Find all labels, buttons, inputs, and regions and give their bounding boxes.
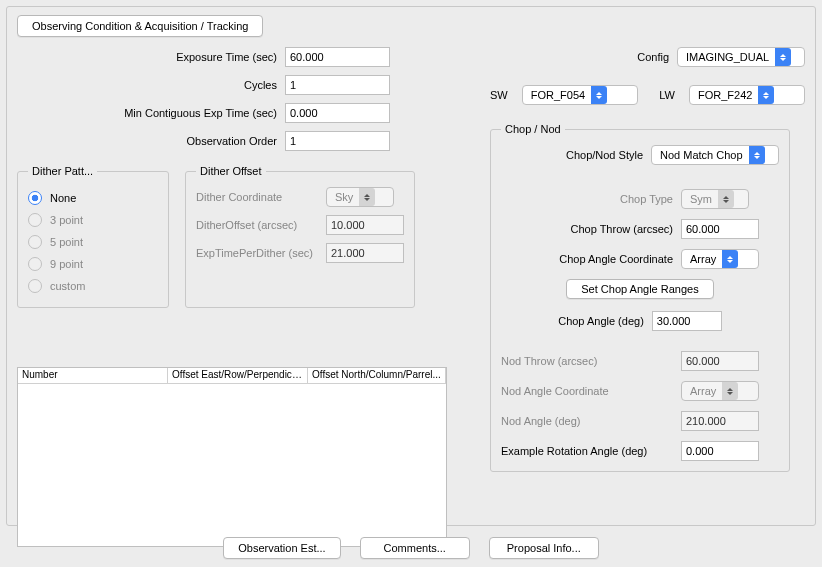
obs-order-label: Observation Order	[17, 135, 285, 147]
dither-pattern-legend: Dither Patt...	[28, 165, 97, 177]
chop-angle-coord-label: Chop Angle Coordinate	[501, 253, 681, 265]
exp-per-dither-input	[326, 243, 404, 263]
chevron-updown-icon	[775, 48, 791, 66]
exposure-time-input[interactable]	[285, 47, 390, 67]
chevron-updown-icon	[359, 188, 375, 206]
left-column: Exposure Time (sec) Cycles Min Contiguou…	[17, 47, 477, 308]
dither-9point-option: 9 point	[28, 253, 158, 275]
dither-coord-select: Sky	[326, 187, 394, 207]
proposal-info-button[interactable]: Proposal Info...	[489, 537, 599, 559]
radio-icon	[28, 279, 42, 293]
chop-throw-input[interactable]	[681, 219, 759, 239]
right-column: Config IMAGING_DUAL SW FOR_F054 LW FOR_F…	[490, 47, 805, 472]
table-header: Number Offset East/Row/Perpendicu... Off…	[18, 368, 446, 384]
dither-offset-label: DitherOffset (arcsec)	[196, 219, 326, 231]
dither-3point-option: 3 point	[28, 209, 158, 231]
chevron-updown-icon	[718, 190, 734, 208]
nod-throw-label: Nod Throw (arcsec)	[501, 355, 681, 367]
footer-buttons: Observation Est... Comments... Proposal …	[0, 537, 822, 559]
radio-icon	[28, 213, 42, 227]
comments-button[interactable]: Comments...	[360, 537, 470, 559]
chop-type-label: Chop Type	[501, 193, 681, 205]
radio-icon	[28, 257, 42, 271]
dither-3point-label: 3 point	[50, 214, 83, 226]
radio-icon	[28, 235, 42, 249]
chop-angle-label: Chop Angle (deg)	[558, 315, 652, 327]
chop-angle-input[interactable]	[652, 311, 722, 331]
observation-est-button[interactable]: Observation Est...	[223, 537, 340, 559]
dither-coord-label: Dither Coordinate	[196, 191, 326, 203]
chop-nod-legend: Chop / Nod	[501, 123, 565, 135]
sw-label: SW	[490, 89, 516, 101]
chevron-updown-icon	[591, 86, 607, 104]
nod-angle-label: Nod Angle (deg)	[501, 415, 681, 427]
min-contig-label: Min Contiguous Exp Time (sec)	[17, 107, 285, 119]
radio-icon	[28, 191, 42, 205]
sw-select[interactable]: FOR_F054	[522, 85, 638, 105]
dither-table[interactable]: Number Offset East/Row/Perpendicu... Off…	[17, 367, 447, 547]
dither-5point-label: 5 point	[50, 236, 83, 248]
main-panel: Observing Condition & Acquisition / Trac…	[6, 6, 816, 526]
chevron-updown-icon	[749, 146, 765, 164]
chop-type-select: Sym	[681, 189, 749, 209]
dither-9point-label: 9 point	[50, 258, 83, 270]
col-offset-east[interactable]: Offset East/Row/Perpendicu...	[168, 368, 308, 383]
col-number[interactable]: Number	[18, 368, 168, 383]
nod-angle-input	[681, 411, 759, 431]
dither-none-label: None	[50, 192, 76, 204]
lw-label: LW	[659, 89, 683, 101]
chevron-updown-icon	[722, 382, 738, 400]
config-select[interactable]: IMAGING_DUAL	[677, 47, 805, 67]
config-label: Config	[490, 51, 677, 63]
chop-throw-label: Chop Throw (arcsec)	[501, 223, 681, 235]
set-chop-angle-button[interactable]: Set Chop Angle Ranges	[566, 279, 713, 299]
header-tab-button[interactable]: Observing Condition & Acquisition / Trac…	[17, 15, 263, 37]
nod-angle-coord-label: Nod Angle Coordinate	[501, 385, 681, 397]
dither-custom-label: custom	[50, 280, 85, 292]
chopnod-style-label: Chop/Nod Style	[501, 149, 651, 161]
dither-pattern-fieldset: Dither Patt... None 3 point 5 point 9 po…	[17, 165, 169, 308]
obs-order-input[interactable]	[285, 131, 390, 151]
nod-throw-input	[681, 351, 759, 371]
chop-nod-fieldset: Chop / Nod Chop/Nod Style Nod Match Chop…	[490, 123, 790, 472]
col-offset-north[interactable]: Offset North/Column/Parrel...	[308, 368, 446, 383]
dither-5point-option: 5 point	[28, 231, 158, 253]
nod-angle-coord-select: Array	[681, 381, 759, 401]
dither-offset-input	[326, 215, 404, 235]
chopnod-style-select[interactable]: Nod Match Chop	[651, 145, 779, 165]
dither-none-option[interactable]: None	[28, 187, 158, 209]
cycles-label: Cycles	[17, 79, 285, 91]
cycles-input[interactable]	[285, 75, 390, 95]
min-contig-input[interactable]	[285, 103, 390, 123]
example-rot-label: Example Rotation Angle (deg)	[501, 445, 681, 457]
example-rot-input[interactable]	[681, 441, 759, 461]
dither-offset-legend: Dither Offset	[196, 165, 266, 177]
exposure-time-label: Exposure Time (sec)	[17, 51, 285, 63]
chop-angle-coord-select[interactable]: Array	[681, 249, 759, 269]
exp-per-dither-label: ExpTimePerDither (sec)	[196, 247, 326, 259]
chevron-updown-icon	[758, 86, 774, 104]
dither-offset-fieldset: Dither Offset Dither Coordinate Sky Dith…	[185, 165, 415, 308]
chevron-updown-icon	[722, 250, 738, 268]
dither-custom-option: custom	[28, 275, 158, 297]
lw-select[interactable]: FOR_F242	[689, 85, 805, 105]
